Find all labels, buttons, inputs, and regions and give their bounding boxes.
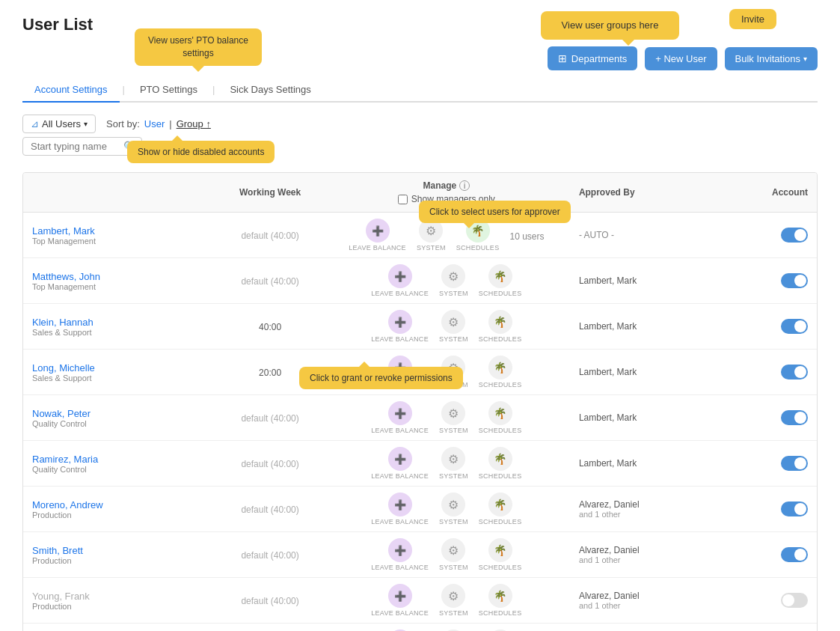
leave-balance-icon-wrap[interactable]: ➕LEAVE BALANCE xyxy=(371,584,429,617)
user-name[interactable]: Ramirez, Maria xyxy=(32,454,208,465)
user-cell: Meyers, AllisonHR & Finance xyxy=(23,624,217,632)
approved-by-cell: Lambert, Mark xyxy=(570,304,729,350)
week-cell: 40:00 xyxy=(217,624,322,632)
show-managers-only-checkbox[interactable] xyxy=(398,195,408,204)
account-toggle[interactable] xyxy=(781,456,808,471)
schedules-icon-wrap[interactable]: 🌴SCHEDULES xyxy=(479,356,522,388)
tab-pto-settings[interactable]: PTO Settings xyxy=(128,78,209,103)
schedules-icon-wrap[interactable]: 🌴SCHEDULES xyxy=(479,310,522,343)
week-value: 40:00 xyxy=(259,322,281,332)
account-toggle[interactable] xyxy=(781,502,808,516)
leave-balance-icon-wrap[interactable]: ➕LEAVE BALANCE xyxy=(371,310,429,343)
schedules-label: SCHEDULES xyxy=(479,472,522,480)
bulk-invitations-button[interactable]: Bulk Invitations ▾ xyxy=(725,47,818,70)
filter-all-users-button[interactable]: ⊿ All Users ▾ xyxy=(22,115,96,133)
system-icon-wrap[interactable]: ⚙SYSTEM xyxy=(439,538,468,571)
approved-by-cell: Alvarez, Danieland 1 other xyxy=(570,487,729,532)
system-icon-wrap[interactable]: ⚙SYSTEM xyxy=(439,401,468,434)
manage-icons-group: ➕LEAVE BALANCE⚙SYSTEM🌴SCHEDULES xyxy=(332,401,561,434)
header-left: User List xyxy=(22,15,93,34)
account-cell xyxy=(729,304,817,350)
system-icon: ⚙ xyxy=(441,538,465,562)
tab-account-settings[interactable]: Account Settings xyxy=(22,78,120,103)
toggle-knob xyxy=(794,457,806,469)
user-name[interactable]: Long, Michelle xyxy=(32,362,208,374)
schedules-icon-wrap[interactable]: 🌴SCHEDULES xyxy=(479,447,522,480)
user-dept: Top Management xyxy=(32,237,208,246)
sort-user-link[interactable]: User xyxy=(144,118,165,129)
system-icon-wrap[interactable]: ⚙SYSTEM xyxy=(439,447,468,480)
leave-balance-label: LEAVE BALANCE xyxy=(371,472,429,480)
approved-by-name[interactable]: Lambert, Mark xyxy=(579,412,720,423)
account-toggle[interactable] xyxy=(781,273,808,288)
schedules-icon: 🌴 xyxy=(488,356,512,379)
leave-balance-icon-wrap[interactable]: ➕LEAVE BALANCE xyxy=(371,401,429,434)
account-toggle[interactable] xyxy=(781,365,808,379)
system-icon: ⚙ xyxy=(441,310,465,334)
approved-by-name[interactable]: Alvarez, Daniel xyxy=(579,591,720,601)
approved-by-name[interactable]: Lambert, Mark xyxy=(579,367,720,377)
user-table: Working Week Manage i Show managers only xyxy=(22,172,818,631)
system-icon-wrap[interactable]: ⚙SYSTEM xyxy=(439,493,468,525)
user-name[interactable]: Nowak, Peter xyxy=(32,408,208,419)
schedules-icon: 🌴 xyxy=(488,447,512,471)
approved-by-sub: and 1 other xyxy=(579,601,720,610)
account-toggle[interactable] xyxy=(781,319,808,334)
tooltip-select-approver: Click to select users for approver xyxy=(419,201,571,223)
approved-by-name[interactable]: Lambert, Mark xyxy=(579,458,720,469)
search-input[interactable] xyxy=(31,141,120,152)
filter-label: All Users xyxy=(42,118,81,129)
leave-balance-label: LEAVE BALANCE xyxy=(371,427,429,434)
schedules-icon-wrap[interactable]: 🌴SCHEDULES xyxy=(479,493,522,525)
approved-by-name[interactable]: Lambert, Mark xyxy=(579,275,720,286)
schedules-label: SCHEDULES xyxy=(479,609,522,617)
schedules-icon-wrap[interactable]: 🌴SCHEDULES xyxy=(479,584,522,617)
schedules-icon-wrap[interactable]: 🌴SCHEDULES xyxy=(479,401,522,434)
user-name[interactable]: Moreno, Andrew xyxy=(32,499,208,510)
leave-balance-icon-wrap[interactable]: ➕LEAVE BALANCE xyxy=(371,493,429,525)
account-toggle-wrap xyxy=(738,456,808,471)
schedules-icon-wrap[interactable]: 🌴SCHEDULES xyxy=(479,538,522,571)
user-name[interactable]: Matthews, John xyxy=(32,271,208,282)
toggle-knob xyxy=(794,549,806,561)
leave-balance-icon-wrap[interactable]: ➕LEAVE BALANCE xyxy=(371,538,429,571)
toggle-knob xyxy=(794,366,806,378)
week-cell: default (40:00) xyxy=(217,532,322,578)
system-icon-wrap[interactable]: ⚙SYSTEM xyxy=(439,310,468,343)
system-icon-wrap[interactable]: ⚙SYSTEM xyxy=(439,264,468,297)
sort-group-link[interactable]: Group ↑ xyxy=(177,118,211,129)
account-toggle[interactable] xyxy=(781,410,808,425)
leave-balance-icon: ➕ xyxy=(388,401,412,425)
tab-separator-2: | xyxy=(209,84,218,95)
manage-icons-group: ➕LEAVE BALANCE⚙SYSTEM🌴SCHEDULES xyxy=(332,538,561,571)
system-icon: ⚙ xyxy=(441,493,465,516)
tab-sick-days-settings[interactable]: Sick Days Settings xyxy=(218,78,322,103)
approved-by-name[interactable]: - AUTO - xyxy=(579,230,720,240)
approved-by-name[interactable]: Alvarez, Daniel xyxy=(579,545,720,555)
account-toggle-wrap xyxy=(738,502,808,516)
account-toggle[interactable] xyxy=(781,547,808,562)
schedules-icon-wrap[interactable]: 🌴SCHEDULES xyxy=(479,264,522,297)
new-user-button[interactable]: + New User xyxy=(645,47,717,70)
table-row: Smith, BrettProductiondefault (40:00)➕LE… xyxy=(23,532,817,578)
approved-by-name[interactable]: Lambert, Mark xyxy=(579,321,720,332)
schedules-label: SCHEDULES xyxy=(479,564,522,571)
leave-balance-icon-wrap[interactable]: ➕LEAVE BALANCE xyxy=(371,447,429,480)
sort-group: Sort by: User | Group ↑ xyxy=(106,118,211,129)
system-icon-wrap[interactable]: ⚙SYSTEM xyxy=(439,584,468,617)
schedules-icon: 🌴 xyxy=(488,401,512,425)
leave-balance-icon-wrap[interactable]: ➕LEAVE BALANCE xyxy=(349,219,406,252)
schedules-icon-wrap[interactable]: 🌴SCHEDULES xyxy=(456,219,500,252)
leave-balance-icon-wrap[interactable]: ➕LEAVE BALANCE xyxy=(371,264,429,297)
user-name[interactable]: Lambert, Mark xyxy=(32,225,208,237)
user-name[interactable]: Klein, Hannah xyxy=(32,317,208,328)
table-row: Klein, HannahSales & Support40:00➕LEAVE … xyxy=(23,304,817,350)
user-name[interactable]: Smith, Brett xyxy=(32,545,208,556)
page-container: User List View users' PTO balance settin… xyxy=(0,0,840,631)
user-name[interactable]: Young, Frank xyxy=(32,591,208,602)
account-toggle[interactable] xyxy=(781,228,808,243)
header-right: ⊞ Departments + New User Bulk Invitation… xyxy=(548,46,818,70)
account-toggle[interactable] xyxy=(781,593,808,608)
system-icon-wrap[interactable]: ⚙SYSTEM xyxy=(417,219,446,252)
approved-by-name[interactable]: Alvarez, Daniel xyxy=(579,499,720,510)
